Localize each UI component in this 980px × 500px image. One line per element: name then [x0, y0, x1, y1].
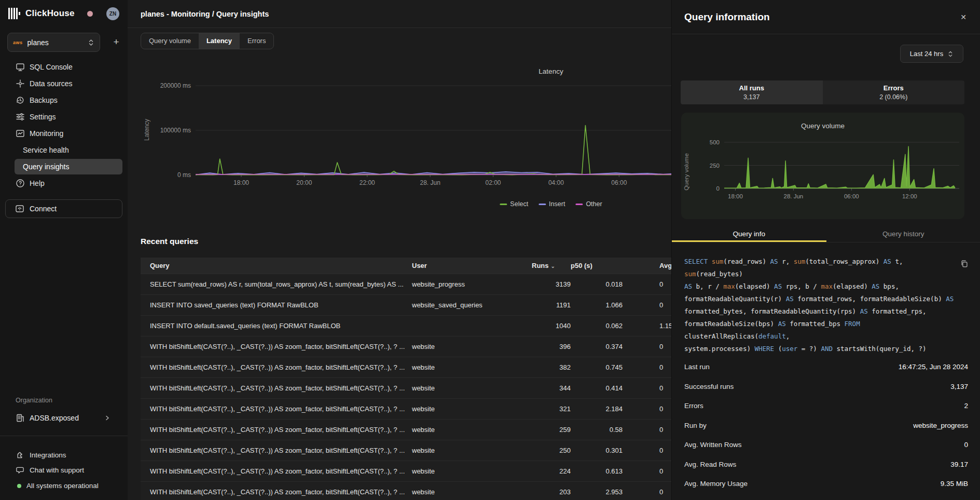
sidebar-item-data-sources[interactable]: Data sources: [0, 75, 128, 92]
sql-line: formatReadableQuantity(r) AS formatted_r…: [684, 293, 958, 305]
stat-row: Avg. Written Rows0: [684, 435, 968, 455]
tab-errors[interactable]: Errors: [240, 33, 273, 49]
svg-text:20:00: 20:00: [296, 179, 312, 186]
cell-query: INSERT INTO saved_queries (text) FORMAT …: [141, 294, 412, 315]
table-row[interactable]: WITH bitShiftLeft(CAST(?..), _CAST(?..))…: [141, 461, 671, 481]
add-service-button[interactable]: +: [108, 34, 124, 50]
summary-tab-errors[interactable]: Errors 2 (0.06%): [823, 80, 965, 104]
sidebar-item-label: Help: [30, 179, 45, 187]
table-row[interactable]: WITH bitShiftLeft(CAST(?..), _CAST(?..))…: [141, 336, 671, 357]
table-row[interactable]: WITH bitShiftLeft(CAST(?..), _CAST(?..))…: [141, 419, 671, 440]
sidebar-item-help[interactable]: Help: [0, 175, 128, 192]
sidebar-item-monitoring[interactable]: Monitoring: [0, 125, 128, 142]
copy-icon[interactable]: [960, 260, 969, 270]
legend-item-other[interactable]: Other: [575, 200, 602, 208]
connect-button[interactable]: Connect: [5, 199, 122, 218]
stat-row: Last run16:47:25, Jun 28 2024: [684, 357, 968, 377]
cell-query: WITH bitShiftLeft(CAST(?..), _CAST(?..))…: [141, 377, 412, 398]
sidebar-item-integrations[interactable]: Integrations: [0, 448, 128, 463]
connect-label: Connect: [30, 205, 57, 213]
cell-avg: 0: [623, 274, 671, 294]
svg-text:250: 250: [710, 163, 720, 169]
pink-status-dot: [87, 11, 93, 17]
cell-user: website: [412, 398, 532, 419]
status-label: All systems operational: [26, 482, 99, 490]
sidebar-item-query-insights[interactable]: Query insights: [15, 159, 122, 174]
organization-item[interactable]: ADSB.exposed: [0, 410, 128, 426]
tab-query-volume[interactable]: Query volume: [141, 33, 199, 49]
sql-line: formatted_bytes, formatReadableQuantity(…: [684, 305, 958, 318]
backups-icon: [16, 96, 25, 105]
panel-header: Query information ✕: [672, 0, 980, 34]
cell-runs: 224: [532, 461, 571, 481]
svg-text:Query volume: Query volume: [683, 153, 689, 191]
table-row[interactable]: WITH bitShiftLeft(CAST(?..), _CAST(?..))…: [141, 398, 671, 419]
panel-tabs: Query info Query history: [672, 227, 980, 242]
table-header-row: QueryUserRuns⌄p50 (s)Avg.: [141, 258, 671, 274]
table-row[interactable]: SELECT sum(read_rows) AS r, sum(total_ro…: [141, 274, 671, 294]
column-header[interactable]: Runs⌄: [532, 258, 571, 274]
system-status-item[interactable]: All systems operational: [0, 478, 128, 493]
stat-value: website_progress: [913, 422, 968, 429]
operational-status-dot: [17, 484, 21, 488]
cell-user: website: [412, 419, 532, 440]
cell-runs: 1191: [532, 294, 571, 315]
close-icon[interactable]: ✕: [960, 13, 967, 21]
table-row[interactable]: WITH bitShiftLeft(CAST(?..), _CAST(?..))…: [141, 357, 671, 377]
table-row[interactable]: INSERT INTO saved_queries (text) FORMAT …: [141, 294, 671, 315]
stat-label: Avg. Memory Usage: [684, 480, 748, 488]
cell-p50: 0.018: [571, 274, 623, 294]
cell-runs: 3139: [532, 274, 571, 294]
stat-row: Avg. Memory Usage9.35 MiB: [684, 474, 968, 494]
svg-text:02:00: 02:00: [486, 179, 501, 186]
svg-text:06:00: 06:00: [844, 193, 859, 199]
stat-label: Last run: [684, 363, 710, 371]
cell-query: WITH bitShiftLeft(CAST(?..), _CAST(?..))…: [141, 419, 412, 440]
svg-text:28. Jun: 28. Jun: [420, 179, 440, 186]
tab-query-info[interactable]: Query info: [672, 227, 826, 242]
legend-item-insert[interactable]: Insert: [539, 200, 565, 208]
cell-query: WITH bitShiftLeft(CAST(?..), _CAST(?..))…: [141, 357, 412, 377]
table-row[interactable]: WITH bitShiftLeft(CAST(?..), _CAST(?..))…: [141, 377, 671, 398]
query-volume-chart: 025050018:0028. Jun06:0012:00Query volum…: [681, 134, 964, 218]
sql-line: formatReadableSize(bps) AS formatted_bps…: [684, 318, 958, 343]
table-row[interactable]: WITH bitShiftLeft(CAST(?..), _CAST(?..))…: [141, 481, 671, 500]
metric-tabs: Query volume Latency Errors: [141, 33, 274, 49]
tab-latency[interactable]: Latency: [199, 33, 240, 49]
cell-p50: 1.066: [571, 294, 623, 315]
query-information-panel: Query information ✕ Last 24 hrs All runs…: [671, 0, 980, 500]
stat-label: Avg. Written Rows: [684, 441, 742, 449]
summary-tab-all-runs[interactable]: All runs 3,137: [681, 80, 823, 104]
legend-swatch: [500, 204, 507, 205]
legend-item-select[interactable]: Select: [500, 200, 528, 208]
cell-runs: 203: [532, 481, 571, 500]
sql-line: AS b, r / max(elapsed) AS rps, b / max(e…: [684, 280, 958, 293]
data-sources-icon: [16, 79, 25, 88]
avatar[interactable]: ZN: [106, 7, 119, 20]
time-range-select[interactable]: Last 24 hrs: [900, 45, 963, 63]
cell-query: INSERT INTO default.saved_queries (text)…: [141, 315, 412, 336]
sidebar-item-service-health[interactable]: Service health: [0, 142, 128, 158]
tab-query-history[interactable]: Query history: [826, 227, 980, 242]
workspace-selector[interactable]: aws planes: [7, 33, 100, 52]
sidebar-item-backups[interactable]: Backups: [0, 92, 128, 109]
aws-icon: aws: [13, 40, 23, 45]
svg-text:18:00: 18:00: [233, 179, 249, 186]
workspace-name: planes: [27, 38, 83, 47]
sidebar-item-chat-support[interactable]: Chat with support: [0, 463, 128, 478]
table-row[interactable]: INSERT INTO default.saved_queries (text)…: [141, 315, 671, 336]
svg-text:100000 ms: 100000 ms: [160, 127, 191, 134]
cell-user: website: [412, 357, 532, 377]
sidebar-item-label: Settings: [30, 113, 56, 121]
summary-value: 2 (0.06%): [879, 93, 907, 101]
stat-value: 2: [964, 402, 968, 410]
stat-value: 9.35 MiB: [941, 480, 968, 488]
sidebar-item-settings[interactable]: Settings: [0, 109, 128, 125]
table-row[interactable]: WITH bitShiftLeft(CAST(?..), _CAST(?..))…: [141, 440, 671, 461]
cell-user: website_saved_queries: [412, 294, 532, 315]
stat-row: Avg. Read Rows39.17: [684, 455, 968, 475]
sidebar-item-sql-console[interactable]: SQL Console: [0, 59, 128, 75]
chevron-updown-icon: [88, 39, 94, 46]
sql-line: SELECT sum(read_rows) AS r, sum(total_ro…: [684, 255, 958, 280]
recent-queries-table: QueryUserRuns⌄p50 (s)Avg. SELECT sum(rea…: [141, 258, 671, 500]
